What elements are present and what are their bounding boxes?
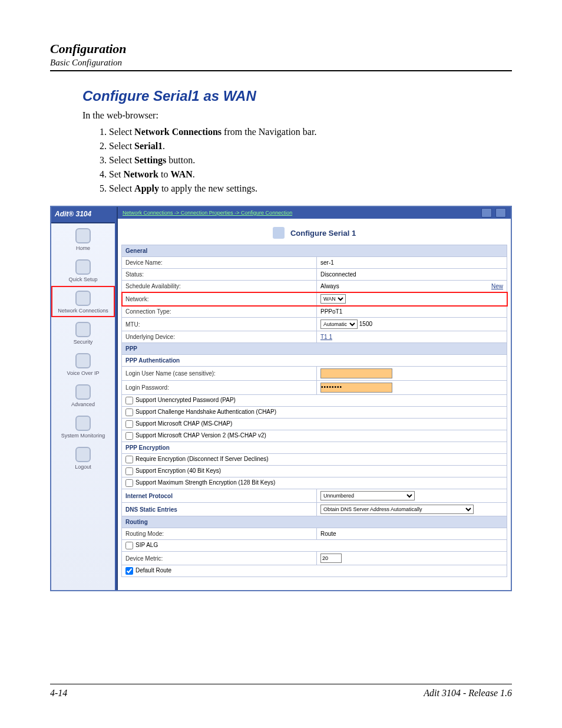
- row-internet-protocol: Internet ProtocolUnnumbered: [122, 489, 507, 503]
- header-title: Configuration: [50, 41, 512, 57]
- voip-icon: [75, 353, 91, 368]
- row-device-metric: Device Metric:: [122, 552, 507, 565]
- row-opt-mschap: Support Microsoft CHAP (MS-CHAP): [122, 419, 507, 430]
- sidebar-item-security[interactable]: Security: [51, 317, 115, 348]
- instruction-list: Select Network Connections from the Navi…: [97, 127, 512, 194]
- sidebar-item-voip[interactable]: Voice Over IP: [51, 348, 115, 380]
- row-opt-reqenc: Require Encryption (Disconnect If Server…: [122, 454, 507, 466]
- row-sip-alg: SIP ALG: [122, 540, 507, 552]
- product-logo: Adit® 3104: [51, 207, 115, 223]
- network-icon: [75, 291, 91, 306]
- row-status: Status:Disconnected: [122, 269, 507, 281]
- main-panel: Network Connections -> Connection Proper…: [117, 207, 511, 590]
- home-icon: [75, 228, 91, 243]
- row-ppp-auth: PPP Authentication: [122, 355, 507, 367]
- sidebar-item-home[interactable]: Home: [51, 223, 115, 255]
- row-opt-pap: Support Unencrypted Password (PAP): [122, 395, 507, 407]
- row-underlying: Underlying Device:T1 1: [122, 331, 507, 343]
- row-mtu: MTU:Automatic 1500: [122, 318, 507, 331]
- row-opt-chap: Support Challenge Handshake Authenticati…: [122, 407, 507, 419]
- row-schedule: Schedule Availability:AlwaysNew: [122, 281, 507, 292]
- header-subtitle: Basic Configuration: [50, 58, 512, 68]
- page-number: 4-14: [50, 688, 67, 699]
- sitemap-icon[interactable]: [481, 208, 492, 218]
- step-1: Select Network Connections from the Navi…: [109, 127, 512, 137]
- row-opt-mschap2: Support Microsoft CHAP Version 2 (MS-CHA…: [122, 430, 507, 442]
- section-heading: Configure Serial1 as WAN: [82, 88, 512, 104]
- general-section-header: General: [122, 245, 507, 257]
- login-user-input[interactable]: [320, 368, 392, 378]
- mtu-mode-select[interactable]: Automatic: [320, 319, 358, 329]
- underlying-link: T1 1: [320, 334, 332, 340]
- step-5: Select Apply to apply the new settings.: [109, 183, 512, 194]
- row-network: Network:WAN: [122, 292, 507, 306]
- step-2: Select Serial1.: [109, 141, 512, 151]
- config-table: General Device Name:ser-1 Status:Disconn…: [121, 245, 507, 577]
- quicksetup-icon: [75, 259, 91, 275]
- chap-checkbox[interactable]: [125, 409, 133, 416]
- panel-title: Configure Serial 1: [118, 219, 511, 245]
- dns-select[interactable]: Obtain DNS Server Address Automatically: [320, 505, 474, 514]
- sidebar-item-quick-setup[interactable]: Quick Setup: [51, 255, 115, 286]
- metric-input[interactable]: [320, 554, 342, 563]
- intro-text: In the web-browser:: [82, 110, 512, 121]
- schedule-new-link[interactable]: New: [491, 283, 503, 289]
- login-pass-input[interactable]: ••••••••: [320, 383, 392, 393]
- row-login-pass: Login Password:••••••••: [122, 381, 507, 395]
- router-ui-screenshot: Adit® 3104 Home Quick Setup Network Conn…: [50, 206, 512, 591]
- enc128-checkbox[interactable]: [125, 479, 133, 487]
- row-opt-128bit: Support Maximum Strength Encryption (128…: [122, 477, 507, 489]
- row-login-user: Login User Name (case sensitive):: [122, 367, 507, 381]
- window-icon[interactable]: [495, 208, 506, 218]
- ppp-section-header: PPP: [122, 343, 507, 355]
- row-default-route: Default Route: [122, 565, 507, 577]
- mschap-checkbox[interactable]: [125, 420, 133, 428]
- sidebar-item-system-monitoring[interactable]: System Monitoring: [51, 411, 115, 442]
- row-dns: DNS Static EntriesObtain DNS Server Addr…: [122, 503, 507, 516]
- doc-footer: 4-14 Adit 3104 - Release 1.6: [50, 684, 512, 699]
- security-icon: [75, 322, 91, 337]
- default-route-checkbox[interactable]: [125, 567, 133, 575]
- mschap2-checkbox[interactable]: [125, 432, 133, 440]
- monitoring-icon: [75, 416, 91, 431]
- reqenc-checkbox[interactable]: [125, 456, 133, 463]
- sidebar-item-advanced[interactable]: Advanced: [51, 380, 115, 411]
- step-3: Select Settings button.: [109, 155, 512, 166]
- routing-section-header: Routing: [122, 516, 507, 528]
- row-conn-type: Connection Type:PPPoT1: [122, 306, 507, 318]
- sidebar-item-network-connections[interactable]: Network Connections: [51, 286, 115, 317]
- sidebar: Adit® 3104 Home Quick Setup Network Conn…: [51, 207, 117, 590]
- logout-icon: [75, 447, 91, 462]
- breadcrumb-bar: Network Connections -> Connection Proper…: [118, 207, 511, 219]
- row-device-name: Device Name:ser-1: [122, 257, 507, 269]
- doc-header: Configuration Basic Configuration: [50, 41, 512, 71]
- row-ppp-enc: PPP Encryption: [122, 442, 507, 454]
- step-4: Set Network to WAN.: [109, 169, 512, 180]
- serial-icon: [273, 227, 285, 239]
- pap-checkbox[interactable]: [125, 397, 133, 404]
- network-select[interactable]: WAN: [320, 294, 346, 304]
- advanced-icon: [75, 384, 91, 400]
- mtu-value: 1500: [359, 321, 372, 327]
- sidebar-item-logout[interactable]: Logout: [51, 442, 115, 473]
- sipalg-checkbox[interactable]: [125, 542, 133, 549]
- internet-protocol-select[interactable]: Unnumbered: [320, 491, 415, 500]
- enc40-checkbox[interactable]: [125, 467, 133, 475]
- row-opt-40bit: Support Encryption (40 Bit Keys): [122, 466, 507, 477]
- row-routing-mode: Routing Mode:Route: [122, 528, 507, 540]
- breadcrumb[interactable]: Network Connections -> Connection Proper…: [123, 210, 292, 216]
- release-label: Adit 3104 - Release 1.6: [424, 688, 512, 699]
